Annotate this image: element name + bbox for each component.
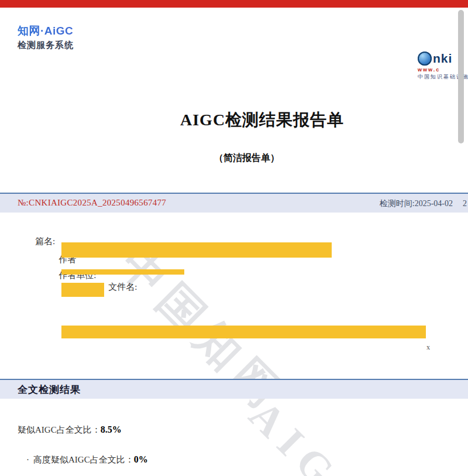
- stat-bullets: ·高度疑似AIGC占全文比：0%·中度疑似AIGC占全文比：0.7%·轻度疑似A…: [0, 212, 468, 245]
- redaction-file-bar: [61, 326, 426, 338]
- stat-bullet-label: 高度疑似AIGC占全文比：: [33, 455, 134, 464]
- field-label-title: 篇名:: [35, 237, 55, 246]
- vertical-scrollbar-thumb[interactable]: [458, 10, 464, 143]
- section-header-results: 全文检测结果: [0, 379, 468, 399]
- stat-main-label: 疑似AIGC占全文比：: [18, 425, 101, 434]
- cnki-logo-text: nki: [433, 52, 452, 66]
- field-label-file: 文件名:: [108, 282, 137, 292]
- report-number: №:CNKIAIGC2025A_20250496567477: [18, 198, 166, 208]
- detect-time-text: 检测时间:2025-04-02: [380, 199, 453, 208]
- report-info-bar: №:CNKIAIGC2025A_20250496567477 检测时间:2025…: [0, 193, 468, 213]
- zhiwang-aigc-logo: 知网·AiGC 检测服务系统: [18, 23, 468, 51]
- top-accent-bar: [0, 0, 468, 8]
- bullet-dot-icon: ·: [26, 455, 33, 465]
- detect-time-overflow: 2: [463, 199, 467, 208]
- stat-bullet: ·高度疑似AIGC占全文比：0%: [26, 454, 468, 465]
- cnki-globe-icon: [418, 52, 432, 66]
- detect-time: 检测时间:2025-04-022: [380, 198, 467, 209]
- report-title: AIGC检测结果报告单: [180, 109, 468, 131]
- stat-main: 疑似AIGC占全文比：8.5%: [18, 424, 468, 436]
- logo-subtitle: 检测服务系统: [18, 40, 468, 51]
- stat-main-value: 8.5%: [101, 424, 122, 434]
- aigc-report-page: 中国知网 AIGC 知网·AiGC 检测服务系统 nki www.c 中国知识基…: [0, 0, 468, 476]
- redaction-author-bar: [61, 283, 104, 297]
- report-subtitle: （简洁报告单）: [214, 152, 468, 165]
- logo-title: 知网·AiGC: [18, 23, 468, 39]
- stat-bullet-value: 0%: [134, 454, 148, 464]
- section-title: 全文检测结果: [18, 383, 81, 396]
- file-name-tail: x: [426, 343, 430, 351]
- redaction-title-bar: [61, 242, 332, 258]
- redaction-title-bar-step: [61, 269, 184, 275]
